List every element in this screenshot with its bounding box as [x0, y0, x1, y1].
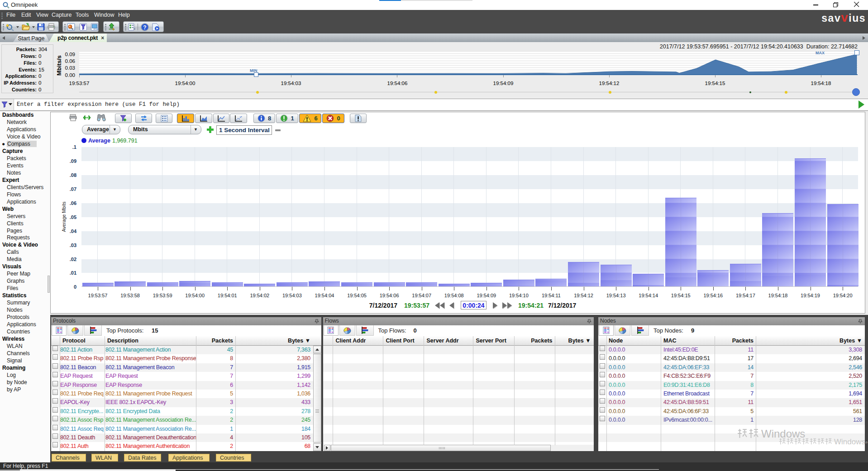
svg-text:?: ?: [143, 24, 146, 30]
